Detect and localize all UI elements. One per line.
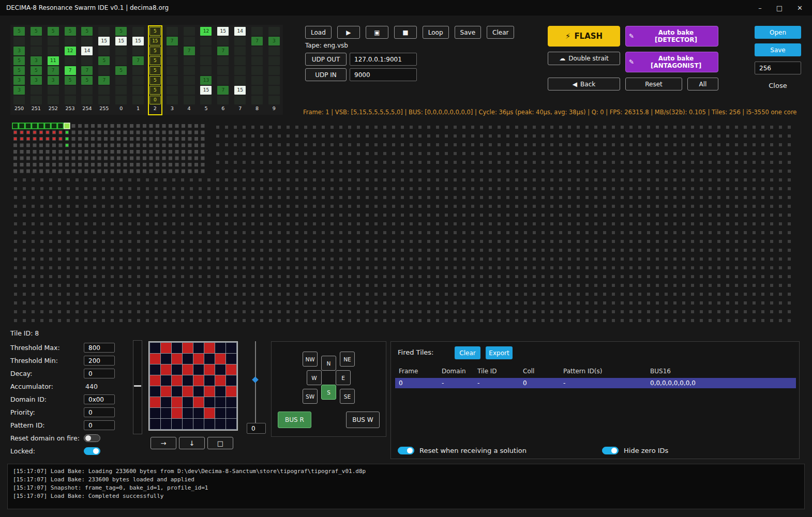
slider-handle[interactable] (252, 376, 259, 383)
compass-sw-button[interactable]: SW (303, 389, 318, 404)
tracker-cell[interactable] (217, 56, 229, 65)
pattern-cell[interactable] (161, 419, 171, 429)
domain-id-input[interactable] (84, 394, 115, 404)
value-slider[interactable] (255, 341, 256, 425)
play-button[interactable]: ▶ (337, 26, 360, 39)
tracker-cell[interactable] (65, 96, 76, 104)
tracker-cell[interactable]: 5 (81, 27, 93, 36)
pattern-cell[interactable] (215, 419, 225, 429)
pattern-cell[interactable] (215, 354, 225, 364)
tracker-cell[interactable]: 15 (200, 86, 212, 95)
tracker-cell[interactable] (115, 56, 127, 65)
tracker-cell[interactable] (48, 37, 59, 45)
udp-in-button[interactable]: UDP IN (305, 68, 347, 81)
tracker-cell[interactable] (81, 37, 93, 45)
tracker-cell[interactable]: 7 (217, 47, 229, 55)
tracker-cell[interactable] (81, 96, 93, 104)
pattern-cell[interactable] (183, 364, 193, 375)
compass-w-button[interactable]: W (307, 370, 322, 385)
tracker-cell[interactable]: 7 (167, 37, 178, 45)
pattern-cell[interactable] (161, 375, 171, 386)
tracker-cell[interactable] (234, 47, 246, 55)
tracker-cell[interactable] (251, 47, 263, 55)
pattern-cell[interactable] (226, 375, 236, 386)
pattern-cell[interactable] (183, 397, 193, 407)
tracker-cell[interactable]: 15 (217, 27, 229, 36)
tracker-cell[interactable] (98, 66, 110, 75)
tracker-cell[interactable] (132, 66, 144, 75)
pattern-cell[interactable] (226, 408, 236, 418)
pattern-cell[interactable] (161, 386, 171, 397)
fired-export-button[interactable]: Export (486, 346, 513, 359)
tracker-column-3[interactable]: 73 (167, 27, 178, 114)
tracker-cell[interactable] (251, 86, 263, 95)
priority-input[interactable] (84, 407, 115, 417)
compass-e-button[interactable]: E (336, 370, 351, 385)
tracker-cell[interactable]: 5 (31, 66, 42, 75)
compass-se-button[interactable]: SE (340, 389, 355, 404)
tracker-cell[interactable]: 5 (149, 66, 161, 75)
tracker-cell[interactable] (167, 47, 178, 55)
tracker-cell[interactable] (48, 47, 59, 55)
tracker-column-1[interactable]: 1571 (132, 27, 144, 114)
pattern-cell[interactable] (183, 386, 193, 397)
tracker-cell[interactable] (217, 66, 229, 75)
tracker-cell[interactable] (234, 66, 246, 75)
pattern-cell[interactable] (193, 343, 204, 353)
tracker-cell[interactable] (132, 86, 144, 95)
tracker-cell[interactable] (115, 47, 127, 55)
tracker-cell[interactable] (251, 56, 263, 65)
tracker-cell[interactable]: 3 (13, 86, 25, 95)
tracker-column-8[interactable]: 78 (251, 27, 263, 114)
pattern-cell[interactable] (161, 354, 171, 364)
tracker-column-252[interactable]: 51173252 (48, 27, 59, 114)
tracker-cell[interactable]: 7 (132, 56, 144, 65)
tracker-cell[interactable]: 12 (200, 27, 212, 36)
tracker-cell[interactable] (200, 56, 212, 65)
tracker-cell[interactable]: 5 (48, 27, 59, 36)
tracker-column-251[interactable]: 5353251 (31, 27, 42, 114)
log-output[interactable]: [15:17:07] Load Bake: Loading 233600 byt… (7, 464, 805, 509)
tracker-cell[interactable] (200, 37, 212, 45)
tracker-cell[interactable]: 15 (132, 37, 144, 45)
tracker-cell[interactable] (13, 96, 25, 104)
pattern-cell[interactable] (204, 419, 215, 429)
pattern-scrollbar[interactable] (133, 340, 142, 434)
save-button[interactable]: Save (455, 26, 481, 39)
pattern-cell[interactable] (215, 364, 225, 375)
tracker-cell[interactable]: 5 (149, 56, 161, 65)
threshold-min-input[interactable] (84, 356, 115, 366)
tracker-cell[interactable]: 15 (98, 37, 110, 45)
fired-clear-button[interactable]: Clear (455, 346, 480, 359)
pattern-cell[interactable] (193, 354, 204, 364)
tracker-cell[interactable]: 14 (234, 27, 246, 36)
tracker-cell[interactable]: 5 (115, 27, 127, 36)
tracker-column-5[interactable]: 1213155 (200, 27, 212, 114)
pattern-cell[interactable] (193, 364, 204, 375)
tracker-cell[interactable] (48, 96, 59, 104)
pattern-cell[interactable] (172, 375, 182, 386)
auto-bake-antagonist-button[interactable]: ✎ Auto bake [ANTAGONIST] (625, 52, 718, 72)
pattern-cell[interactable] (183, 354, 193, 364)
tracker-cell[interactable]: 5 (81, 76, 93, 85)
tracker-cell[interactable] (132, 47, 144, 55)
pattern-cell[interactable] (161, 364, 171, 375)
fired-tile-row[interactable]: 0--0-0,0,0,0,0,0,0,0 (395, 378, 796, 388)
pattern-cell[interactable] (193, 375, 204, 386)
save-file-button[interactable]: Save (755, 43, 801, 56)
tracker-cell[interactable] (234, 76, 246, 85)
pattern-cell[interactable] (215, 397, 225, 407)
pattern-cell[interactable] (161, 408, 171, 418)
clear-button[interactable]: Clear (487, 26, 514, 39)
decay-input[interactable] (84, 369, 115, 378)
tracker-cell[interactable] (48, 86, 59, 95)
pattern-cell[interactable] (204, 375, 215, 386)
tracker-cell[interactable]: 3 (268, 37, 280, 45)
tracker-cell[interactable] (31, 37, 42, 45)
pattern-cell[interactable] (172, 397, 182, 407)
tracker-cell[interactable] (268, 27, 280, 36)
pattern-cell[interactable] (150, 419, 160, 429)
open-button[interactable]: Open (755, 26, 801, 39)
pattern-cell[interactable] (193, 408, 204, 418)
tracker-column-253[interactable]: 51275253 (65, 27, 76, 114)
